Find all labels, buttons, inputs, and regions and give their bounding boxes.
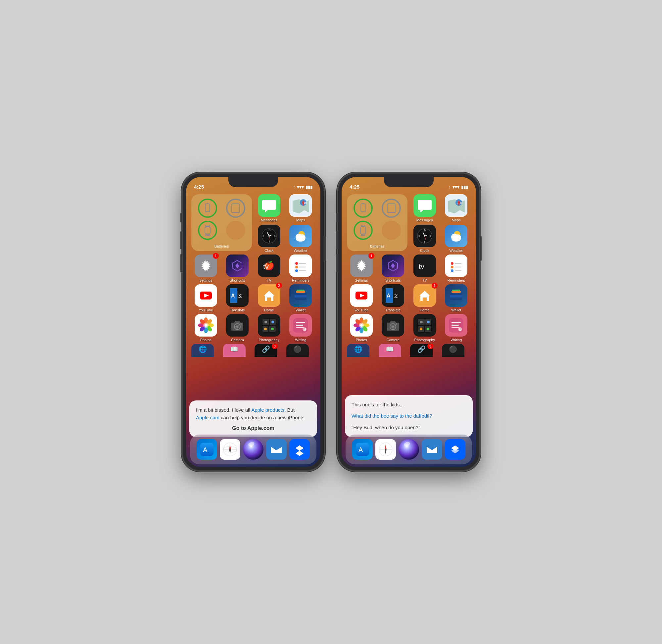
battery-circle-watch (198, 221, 217, 240)
home-app-2[interactable]: 2 Home (410, 284, 439, 312)
camera-icon-2 (382, 314, 404, 337)
clock-app-2[interactable]: 12 3 6 9 (410, 225, 439, 253)
photography-app-2[interactable]: Photography (410, 314, 439, 342)
svg-point-35 (295, 269, 298, 272)
partial-2-1: 🌐 (347, 344, 369, 357)
settings-app-2[interactable]: 1 Settings (347, 254, 376, 282)
shortcuts-app-2[interactable]: Shortcuts (379, 254, 408, 282)
translate-app-2[interactable]: A 文 Translate (379, 284, 408, 312)
mail-dock-2[interactable] (422, 439, 442, 460)
wallet-app-1[interactable]: Wallet (286, 284, 316, 312)
volume-up-button[interactable] (180, 231, 182, 249)
svg-point-157 (427, 328, 429, 330)
silent-button-2[interactable] (336, 213, 338, 223)
volume-down-button[interactable] (180, 254, 182, 272)
battery-empty-2 (379, 221, 405, 240)
weather-app[interactable]: Weather (286, 225, 316, 253)
camera-app-1[interactable]: Camera (223, 314, 252, 342)
settings-app[interactable]: 1 Settings (191, 254, 221, 282)
maps-label: Maps (296, 218, 305, 222)
tv-icon: 🍎 tv (258, 254, 280, 277)
batteries-label: Batteries (195, 244, 249, 249)
shortcuts-app[interactable]: Shortcuts (223, 254, 252, 282)
phone-screen-1: 4:25 ↑ ▾▾▾ ▮▮▮ (186, 177, 320, 467)
clock-app[interactable]: 12 3 6 9 (254, 225, 284, 253)
safari-dock[interactable] (220, 439, 240, 460)
svg-rect-92 (361, 225, 365, 227)
batteries-widget-2[interactable]: Batteries (347, 194, 408, 251)
svg-text:B: B (459, 328, 461, 331)
app-row-3b: YouTube A 文 Translate (347, 284, 471, 312)
svg-text:A: A (359, 446, 363, 453)
partial-row-2: 🌐 📖 🔗 3 ⚫ (347, 344, 471, 357)
writing-app-1[interactable]: B Writing (286, 314, 316, 342)
phone-2: 4:25 ↑ ▾▾▾ ▮▮▮ (338, 173, 480, 471)
power-button[interactable] (324, 236, 326, 261)
reminders-app-2[interactable]: Reminders (442, 254, 471, 282)
wallet-app-2[interactable]: Wallet (442, 284, 471, 312)
messages-app[interactable]: Messages (254, 194, 284, 222)
messages-label-2: Messages (416, 218, 433, 222)
translate-label-2: Translate (386, 308, 401, 312)
camera-app-2[interactable]: Camera (379, 314, 408, 342)
reminders-app[interactable]: Reminders (286, 254, 316, 282)
right-apps-1: Messages 280 (254, 194, 315, 253)
svg-rect-46 (295, 295, 306, 298)
siri-orb-2[interactable] (398, 439, 419, 460)
photos-label-1: Photos (200, 338, 211, 342)
translate-app-1[interactable]: A 文 Translate (223, 284, 252, 312)
weather-app-2[interactable]: Weather (442, 225, 471, 253)
svg-point-62 (240, 323, 242, 325)
maps-app-2[interactable]: 280 Maps (442, 194, 471, 222)
wifi-icon-2: ▾▾▾ (453, 185, 459, 190)
writing-app-2[interactable]: B Writing (442, 314, 471, 342)
messages-app-2[interactable]: Messages (410, 194, 439, 222)
location-icon: ↑ (293, 185, 296, 190)
appstore-dock-2[interactable]: A (352, 439, 373, 460)
dropbox-dock-2[interactable] (445, 439, 465, 460)
siri-link[interactable]: Go to Apple.com (196, 425, 311, 431)
volume-down-button-2[interactable] (336, 254, 338, 272)
appstore-dock[interactable]: A (197, 439, 217, 460)
siri-response-1: I'm a bit biased: I love all Apple produ… (196, 406, 311, 421)
tv-label: TV (267, 278, 271, 282)
battery-circle-phone (198, 199, 217, 218)
app-row-3: YouTube A 文 Translate (191, 284, 315, 312)
svg-text:B: B (303, 328, 306, 331)
youtube-app-1[interactable]: YouTube (191, 284, 221, 312)
siri-panel-1: I'm a bit biased: I love all Apple produ… (189, 400, 317, 437)
dropbox-dock[interactable] (289, 439, 310, 460)
maps-app[interactable]: 280 Maps (286, 194, 316, 222)
writing-icon-2: B (445, 314, 467, 337)
partial-4: ⚫ (286, 344, 309, 357)
batteries-widget-1[interactable]: Batteries (191, 194, 252, 251)
svg-rect-74 (296, 325, 303, 326)
battery-watch-2 (350, 221, 376, 240)
safari-dock-2[interactable] (375, 439, 396, 460)
youtube-app-2[interactable]: YouTube (347, 284, 376, 312)
home-icon-1: 2 (258, 284, 280, 307)
siri-orb-1[interactable] (243, 439, 264, 460)
mail-dock[interactable] (266, 439, 287, 460)
partial-badge-2: 3 (427, 344, 433, 349)
svg-text:A: A (231, 293, 235, 299)
volume-up-button-2[interactable] (336, 231, 338, 249)
silent-button[interactable] (180, 213, 182, 223)
photos-app-2[interactable]: Photos (347, 314, 376, 342)
svg-point-58 (203, 323, 208, 328)
maps-icon-2: 280 (445, 194, 467, 217)
shortcuts-icon (226, 254, 249, 277)
photos-app-1[interactable]: Photos (191, 314, 221, 342)
tv-app-2[interactable]: tv TV (410, 254, 439, 282)
app-row-4b: Photos Camera (347, 314, 471, 342)
tv-app[interactable]: 🍎 tv TV (254, 254, 284, 282)
home-app-1[interactable]: 2 Home (254, 284, 284, 312)
svg-point-33 (295, 266, 298, 268)
svg-rect-134 (452, 290, 460, 291)
battery-circle-ipad-2 (382, 199, 401, 218)
partial-2-2: 📖 (379, 344, 401, 357)
translate-label-1: Translate (230, 308, 245, 312)
photography-app-1[interactable]: Photography (254, 314, 284, 342)
power-button-2[interactable] (480, 236, 482, 261)
svg-point-22 (269, 235, 270, 237)
